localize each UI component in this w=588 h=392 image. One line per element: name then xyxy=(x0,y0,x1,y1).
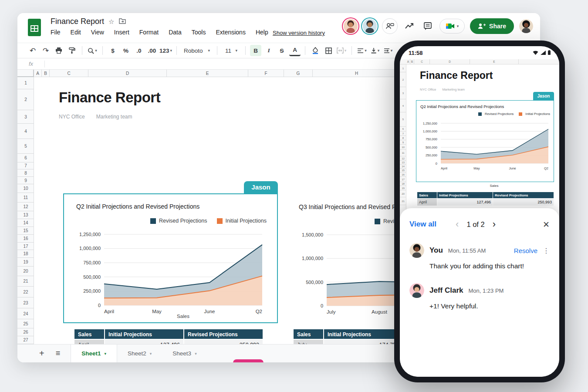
row-header-11[interactable]: 11 xyxy=(17,193,34,203)
menu-insert[interactable]: Insert xyxy=(114,29,129,36)
next-comment-icon[interactable]: › xyxy=(493,219,496,230)
table-row-label[interactable]: April xyxy=(417,199,437,206)
row-header-16[interactable]: 16 xyxy=(17,235,34,243)
row-header-23[interactable]: 23 xyxy=(17,297,34,308)
prev-comment-icon[interactable]: ‹ xyxy=(456,219,459,230)
text-wrap-button[interactable]: ▾ xyxy=(382,45,394,56)
text-color-button[interactable]: A xyxy=(289,45,301,56)
move-folder-icon[interactable] xyxy=(119,18,126,26)
collaborator-avatar-1[interactable] xyxy=(344,19,358,33)
horizontal-align-button[interactable]: ▾ xyxy=(356,45,368,56)
menu-format[interactable]: Format xyxy=(139,29,159,36)
menu-data[interactable]: Data xyxy=(169,29,182,36)
column-header-D[interactable]: D xyxy=(88,70,167,77)
column-header-F[interactable]: F xyxy=(248,70,284,77)
comment-menu-icon[interactable]: ⋮ xyxy=(543,247,550,255)
row-header-8[interactable]: 8 xyxy=(17,169,34,177)
menu-extensions[interactable]: Extensions xyxy=(216,29,245,36)
phone-chart-q2[interactable]: Q2 Initial Projections and Revised Proje… xyxy=(416,100,554,182)
menu-file[interactable]: File xyxy=(51,29,61,36)
row-header-9[interactable]: 9 xyxy=(17,177,34,184)
merge-cells-button[interactable]: ▾ xyxy=(336,45,347,56)
row-header-12[interactable]: 12 xyxy=(17,203,34,211)
close-comments-icon[interactable]: ✕ xyxy=(543,220,550,230)
view-all-link[interactable]: View all xyxy=(409,220,436,229)
table-cell[interactable]: 250,993 xyxy=(493,199,554,206)
fill-color-button[interactable] xyxy=(310,45,321,56)
comments-icon[interactable] xyxy=(421,20,434,33)
all-sheets-button[interactable]: ≡ xyxy=(56,349,61,358)
star-icon[interactable]: ☆ xyxy=(108,18,114,26)
version-history-link[interactable]: Show version history xyxy=(273,30,325,36)
column-header-A[interactable]: A xyxy=(34,70,42,77)
document-title[interactable]: Finance Report xyxy=(51,17,104,26)
status-time: 11:58 xyxy=(409,50,423,56)
chart-q2[interactable]: Jason Q2 Initial Projections and Revised… xyxy=(63,193,278,323)
select-all-corner[interactable] xyxy=(17,70,34,77)
add-sheet-button[interactable]: + xyxy=(39,348,44,358)
column-header-H[interactable]: H xyxy=(313,70,401,77)
row-header-18[interactable]: 18 xyxy=(17,250,34,258)
row-header-20[interactable]: 20 xyxy=(17,267,34,276)
print-button[interactable] xyxy=(53,45,64,56)
row-header-7[interactable]: 7 xyxy=(17,162,34,169)
comment-author: Jeff Clark xyxy=(429,286,463,295)
row-header-4[interactable]: 4 xyxy=(17,124,34,139)
trend-insights-icon[interactable] xyxy=(403,20,416,33)
row-header-14[interactable]: 14 xyxy=(17,219,34,227)
row-header-3[interactable]: 3 xyxy=(17,110,34,124)
strikethrough-button[interactable]: S xyxy=(276,45,287,56)
format-percent-button[interactable]: % xyxy=(120,45,132,56)
increase-decimal-button[interactable]: .00 xyxy=(146,45,158,56)
row-header-5[interactable]: 5 xyxy=(17,139,34,154)
row-header-13[interactable]: 13 xyxy=(17,211,34,219)
font-size-select[interactable]: 11▾ xyxy=(222,45,241,56)
row-header-25[interactable]: 25 xyxy=(17,319,34,328)
row-header-15[interactable]: 15 xyxy=(17,227,34,235)
row-header-19[interactable]: 19 xyxy=(17,258,34,267)
menu-help[interactable]: Help xyxy=(256,29,268,36)
column-header-C[interactable]: C xyxy=(50,70,88,77)
row-header-24[interactable]: 24 xyxy=(17,308,34,319)
menu-view[interactable]: View xyxy=(91,29,104,36)
row-header-6[interactable]: 6 xyxy=(17,154,34,162)
borders-button[interactable] xyxy=(323,45,334,56)
table-cell[interactable]: 127,496 xyxy=(437,199,493,206)
meet-button[interactable]: ▾ xyxy=(439,19,465,34)
column-header-G[interactable]: G xyxy=(284,70,313,77)
row-headers: 1234567891011121314151617181920212223242… xyxy=(17,77,34,344)
row-header-27[interactable]: 27 xyxy=(17,336,34,344)
sheet-tab-label: Sheet2 xyxy=(128,350,146,357)
sheet-tab-sheet3[interactable]: Sheet3▾ xyxy=(162,345,207,363)
vertical-align-button[interactable]: ▾ xyxy=(369,45,381,56)
font-select[interactable]: Roboto▾ xyxy=(181,45,213,56)
zoom-button[interactable]: ▾ xyxy=(87,45,98,56)
row-header-26[interactable]: 26 xyxy=(17,328,34,336)
profile-avatar[interactable] xyxy=(519,19,533,33)
collaborator-avatar-2[interactable] xyxy=(363,19,377,33)
number-format-button[interactable]: 123▾ xyxy=(159,45,172,56)
row-header-1[interactable]: 1 xyxy=(17,77,34,89)
sheet-tab-sheet1[interactable]: Sheet1▾ xyxy=(71,345,117,363)
column-header-B[interactable]: B xyxy=(42,70,50,77)
undo-button[interactable]: ↶ xyxy=(27,45,38,56)
italic-button[interactable]: I xyxy=(263,45,274,56)
row-header-22[interactable]: 22 xyxy=(17,287,34,297)
menu-tools[interactable]: Tools xyxy=(192,29,206,36)
bold-button[interactable]: B xyxy=(250,45,261,56)
row-header-10[interactable]: 10 xyxy=(17,184,34,193)
paint-format-button[interactable] xyxy=(66,45,78,56)
redo-button[interactable]: ↷ xyxy=(40,45,51,56)
sheet-tab-sheet2[interactable]: Sheet2▾ xyxy=(117,345,162,363)
add-collaborator-icon[interactable] xyxy=(382,18,398,34)
column-header-E[interactable]: E xyxy=(167,70,248,77)
share-button[interactable]: Share xyxy=(470,18,514,34)
menu-edit[interactable]: Edit xyxy=(71,29,81,36)
sheets-logo-icon[interactable] xyxy=(28,19,41,36)
row-header-2[interactable]: 2 xyxy=(17,89,34,110)
decrease-decimal-button[interactable]: .0 xyxy=(133,45,145,56)
row-header-17[interactable]: 17 xyxy=(17,243,34,250)
row-header-21[interactable]: 21 xyxy=(17,276,34,287)
format-currency-button[interactable]: $ xyxy=(107,45,118,56)
resolve-button[interactable]: Resolve xyxy=(514,247,537,254)
